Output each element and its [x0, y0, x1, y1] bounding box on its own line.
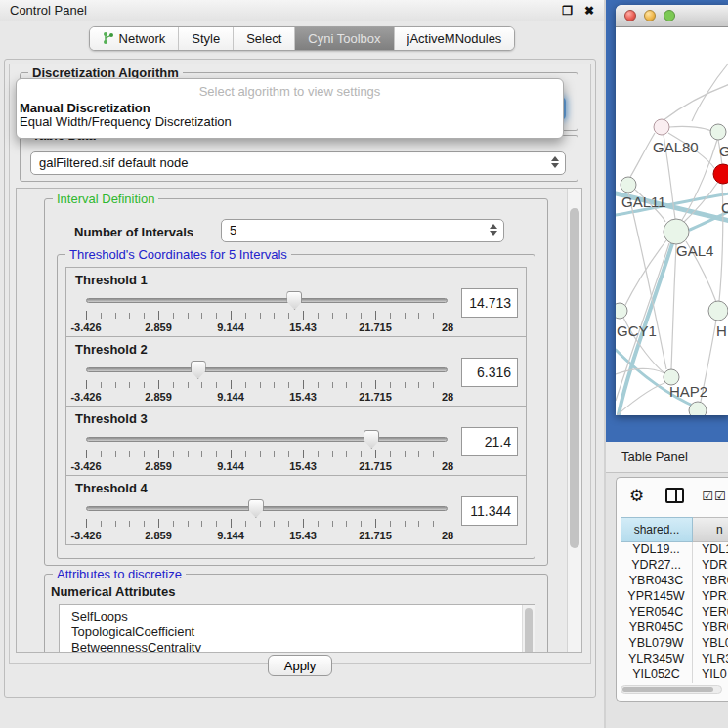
settings-scroll-area: Interval Definition Number of Intervals … — [16, 188, 582, 653]
tab-label: Network — [119, 31, 166, 46]
attribute-list-item[interactable]: BetweennessCentrality — [60, 640, 535, 653]
slider-tick-labels: -3.426 2.859 9.144 15.43 21.715 28 — [86, 460, 448, 473]
attribute-list-item[interactable]: TopologicalCoefficient — [60, 624, 535, 640]
number-of-intervals-label: Number of Intervals — [74, 225, 193, 239]
network-view-panel: GAL80 GAL11 GAL4 GCY1 HAP2 GA C H — [606, 0, 728, 442]
node-gcy1[interactable] — [616, 303, 627, 319]
slider-major-ticks — [86, 380, 448, 389]
control-panel: Control Panel ❐ ✖ Network Style Sele — [0, 0, 604, 728]
node-label-ga: GA — [719, 143, 728, 159]
list-scrollbar[interactable] — [522, 605, 535, 653]
slider-track[interactable] — [86, 437, 448, 442]
discretize-data-pane: Discretization Algorithm Select algorith… — [9, 64, 591, 664]
group-title: Interval Definition — [53, 192, 158, 206]
table-row[interactable]: YLR345W YLR3 — [621, 652, 728, 667]
dropdown-option-equal-width[interactable]: Equal Width/Frequency Discretization — [17, 115, 563, 129]
node-selected-red[interactable] — [713, 164, 728, 184]
threshold-slider[interactable]: -3.426 2.859 9.144 15.43 21.715 28 — [86, 361, 448, 406]
slider-major-ticks — [86, 450, 448, 458]
float-window-icon[interactable]: ❐ — [562, 4, 573, 18]
close-icon[interactable]: ✖ — [584, 4, 594, 18]
node-label-gal80: GAL80 — [653, 139, 699, 155]
tab-jactivemnodules[interactable]: jActiveMNodules — [394, 27, 515, 50]
threshold-slider[interactable]: -3.426 2.859 9.144 15.43 21.715 28 — [86, 430, 448, 475]
network-graph: GAL80 GAL11 GAL4 GCY1 HAP2 GA C H — [616, 27, 728, 415]
slider-tick-labels: -3.426 2.859 9.144 15.43 21.715 28 — [86, 321, 448, 334]
settings-scrollbar[interactable] — [567, 189, 581, 652]
split-pane-icon[interactable] — [665, 488, 684, 503]
top-tab-bar: Network Style Select Cyni Toolbox jActiv… — [0, 21, 604, 55]
dropdown-hint: Select algorithm to view settings — [17, 84, 563, 99]
threshold-panel: Threshold 3 -3.426 2.859 — [65, 406, 527, 476]
node-label-gcy1: GCY1 — [617, 322, 657, 339]
tab-style[interactable]: Style — [178, 27, 233, 50]
slider-tick-labels: -3.426 2.859 9.144 15.43 21.715 28 — [86, 530, 448, 542]
threshold-label: Threshold 2 — [75, 342, 148, 357]
network-canvas[interactable]: GAL80 GAL11 GAL4 GCY1 HAP2 GA C H — [616, 27, 728, 415]
threshold-slider[interactable]: -3.426 2.859 9.144 15.43 21.715 28 — [86, 291, 448, 336]
table-row[interactable]: YBR043C YBR0 — [621, 574, 728, 589]
settings-scrollbar-thumb[interactable] — [570, 208, 579, 548]
threshold-panel: Threshold 1 -3.426 2.859 — [65, 267, 527, 337]
table-row[interactable]: YDR27... YDR2 — [621, 558, 728, 574]
attributes-listbox[interactable]: SelfLoops TopologicalCoefficient Between… — [59, 604, 535, 653]
gear-icon[interactable]: ⚙ — [629, 488, 644, 504]
node-table: shared... n YDL19... YDL1 YDR27... YDR2 … — [621, 517, 728, 683]
table-row[interactable]: YER054C YER0 — [621, 605, 728, 621]
apply-button[interactable]: Apply — [268, 655, 332, 676]
threshold-value-field[interactable]: 14.713 — [461, 288, 518, 318]
threshold-label: Threshold 1 — [75, 273, 148, 287]
threshold-value-field[interactable]: 11.344 — [461, 496, 518, 526]
tab-network[interactable]: Network — [90, 27, 179, 50]
table-row[interactable]: YBL079W YBL0 — [621, 636, 728, 652]
threshold-value-field[interactable]: 21.4 — [461, 427, 518, 456]
table-horizontal-scrollbar[interactable] — [621, 685, 722, 694]
slider-thumb[interactable] — [286, 291, 302, 310]
number-of-intervals-value: 5 — [230, 223, 236, 237]
list-scrollbar-thumb[interactable] — [525, 608, 533, 653]
node-h[interactable] — [708, 301, 728, 321]
threshold-label: Threshold 4 — [75, 481, 148, 495]
slider-tick-labels: -3.426 2.859 9.144 15.43 21.715 28 — [86, 391, 448, 404]
threshold-list: Threshold 1 -3.426 2.859 — [58, 268, 535, 545]
table-row[interactable]: YDL19... YDL1 — [621, 542, 728, 558]
zoom-button[interactable] — [664, 10, 675, 21]
slider-track[interactable] — [86, 367, 448, 372]
slider-thumb[interactable] — [364, 430, 379, 449]
table-row[interactable]: YIL052C YIL0 — [621, 667, 728, 683]
threshold-slider[interactable]: -3.426 2.859 9.144 15.43 21.715 28 — [86, 499, 448, 544]
node-bottom[interactable] — [689, 402, 707, 415]
right-region: GAL80 GAL11 GAL4 GCY1 HAP2 GA C H Table … — [604, 0, 728, 728]
minimize-button[interactable] — [644, 10, 656, 21]
tab-cyni-toolbox[interactable]: Cyni Toolbox — [294, 27, 393, 50]
node-gal11[interactable] — [621, 177, 636, 193]
threshold-panel: Threshold 2 -3.426 2.859 — [65, 336, 527, 407]
node-gal4[interactable] — [664, 219, 689, 244]
column-header-shared-name[interactable]: shared... — [621, 517, 693, 542]
slider-track[interactable] — [86, 506, 448, 511]
table-panel-title: Table Panel — [606, 442, 728, 473]
attribute-list-item[interactable]: SelfLoops — [60, 609, 535, 624]
number-of-intervals-combobox[interactable]: 5 — [221, 219, 504, 242]
table-row[interactable]: YBR045C YBR0 — [621, 621, 728, 636]
threshold-label: Threshold 3 — [75, 411, 148, 426]
node-top-right[interactable] — [710, 124, 726, 140]
slider-thumb[interactable] — [191, 361, 206, 379]
table-row[interactable]: YPR145W YPR1 — [621, 589, 728, 605]
tab-select[interactable]: Select — [233, 27, 294, 50]
table-data-combobox[interactable]: galFiltered.sif default node — [30, 151, 566, 175]
slider-thumb[interactable] — [248, 499, 264, 518]
attributes-group: Attributes to discretize Numerical Attri… — [44, 574, 548, 653]
network-window-titlebar — [616, 5, 728, 27]
table-header-row: shared... n — [621, 517, 728, 542]
slider-track[interactable] — [86, 298, 448, 303]
checkbox-icons[interactable]: ☑☑ — [702, 489, 726, 503]
node-gal80[interactable] — [654, 119, 669, 135]
control-panel-titlebar: Control Panel ❐ ✖ — [0, 0, 604, 21]
table-scrollbar-thumb[interactable] — [622, 687, 713, 692]
threshold-value-field[interactable]: 6.316 — [461, 358, 518, 387]
table-data-group: Table Data galFiltered.sif default node — [20, 135, 578, 182]
dropdown-option-manual[interactable]: Manual Discretization — [17, 102, 563, 115]
close-button[interactable] — [624, 10, 636, 21]
column-header-name[interactable]: n — [693, 517, 728, 542]
